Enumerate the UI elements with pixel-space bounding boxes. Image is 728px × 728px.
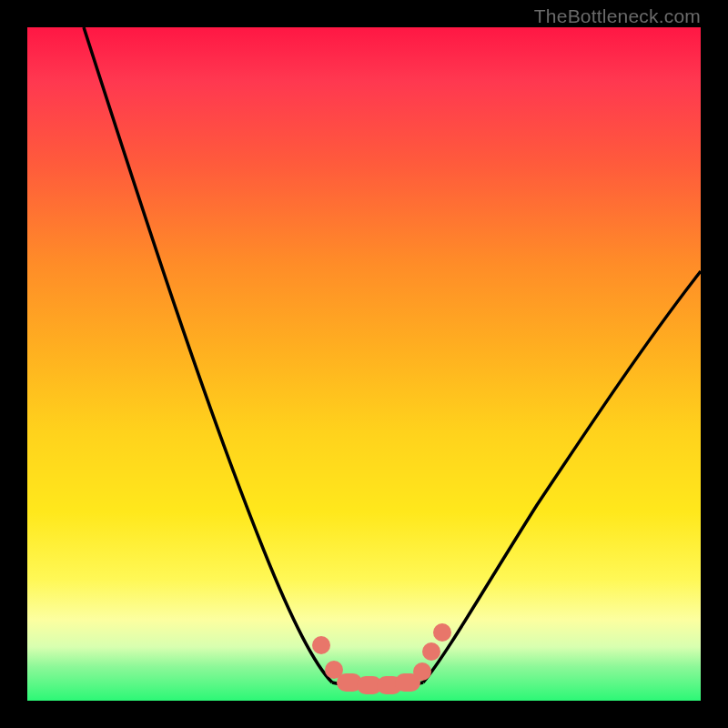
watermark-label: TheBottleneck.com [534, 5, 701, 27]
chart-marker [413, 662, 431, 681]
chart-marker [422, 642, 440, 661]
curve-right-branch [423, 271, 701, 682]
chart-gradient-area [27, 27, 701, 701]
chart-curve [27, 27, 701, 701]
chart-marker [433, 623, 451, 642]
chart-marker [312, 636, 330, 654]
curve-left-branch [84, 27, 332, 682]
